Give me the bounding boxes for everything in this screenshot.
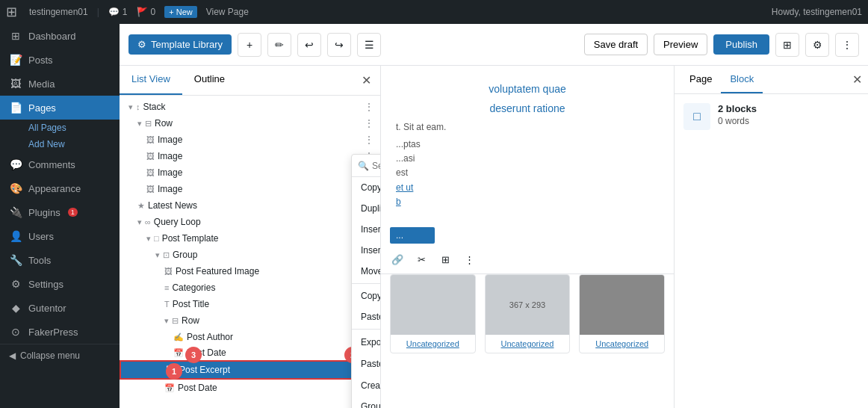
list-item-post-excerpt[interactable]: 1 📝 Post Excerpt ⋮ xyxy=(120,360,380,380)
search-icon: 🔍 xyxy=(358,161,369,171)
canvas-cards: Uncategorized 367 x 293 Uncategorized xyxy=(381,274,674,362)
view-toggle-button[interactable]: ⊞ xyxy=(775,33,799,57)
right-panel-close-button[interactable]: ✕ xyxy=(852,72,862,87)
admin-bar-flags[interactable]: 🚩 0 xyxy=(137,7,156,17)
canvas-card-label-3[interactable]: Uncategorized xyxy=(580,335,664,353)
list-item[interactable]: ▾ ⊟ Row ⋮ xyxy=(120,115,380,132)
canvas-blue-block: ... xyxy=(390,227,435,244)
sidebar-item-plugins[interactable]: 🔌 Plugins 1 xyxy=(0,200,120,224)
list-item[interactable]: ▾ ↕ Stack ⋮ xyxy=(120,99,380,115)
sidebar-item-gutentor[interactable]: ◆ Gutentor xyxy=(0,296,120,320)
context-menu-paste-styles[interactable]: Paste styles xyxy=(352,306,381,327)
sidebar-item-media[interactable]: 🖼 Media xyxy=(0,72,120,96)
sidebar-item-tools[interactable]: 🔧 Tools xyxy=(0,248,120,272)
step3-badge: 3 xyxy=(185,347,202,363)
tab-outline[interactable]: Outline xyxy=(182,66,237,95)
context-menu-paste-styles-2[interactable]: Paste Styles 📋 xyxy=(352,353,381,374)
tab-page[interactable]: Page xyxy=(681,66,721,93)
sidebar-item-fakerpress[interactable]: ⊙ FakerPress xyxy=(0,320,120,344)
canvas-card-label-1[interactable]: Uncategorized xyxy=(391,335,475,353)
item-options-icon[interactable]: ⋮ xyxy=(364,117,374,129)
list-item[interactable]: 🖼 Image ⋮ xyxy=(120,181,380,197)
undo-icon: ↩ xyxy=(305,39,314,51)
context-menu: 🔍 ⧉ Copy blocks Duplicate Ctrl+Shift+D I… xyxy=(351,154,381,408)
sidebar-item-appearance[interactable]: 🎨 Appearance xyxy=(0,176,120,200)
context-menu-duplicate[interactable]: Duplicate Ctrl+Shift+D xyxy=(352,198,381,219)
context-menu-copy-styles[interactable]: Copy styles xyxy=(352,285,381,306)
admin-bar-site[interactable]: testingemen01 xyxy=(29,7,88,17)
pencil-button[interactable]: ✏ xyxy=(267,33,291,57)
wp-logo-icon[interactable]: ⊞ xyxy=(6,4,17,20)
undo-button[interactable]: ↩ xyxy=(297,33,321,57)
list-item[interactable]: 📅 Post Date ⋮ xyxy=(120,380,380,396)
context-menu-create-reusable[interactable]: Create Reusable block ◇ xyxy=(352,374,381,396)
add-block-button[interactable]: + xyxy=(238,33,261,57)
canvas-link-button[interactable]: 🔗 xyxy=(387,250,408,271)
sidebar-item-dashboard[interactable]: ⊞ Dashboard xyxy=(0,24,120,48)
item-options-icon[interactable]: ⋮ xyxy=(364,101,374,113)
list-view-close-button[interactable]: ✕ xyxy=(353,66,380,95)
preview-button[interactable]: Preview xyxy=(654,34,707,55)
list-item[interactable]: 🖼 Image ⋮ xyxy=(120,132,380,148)
sidebar: ⊞ Dashboard 📝 Posts 🖼 Media 📄 Pages All … xyxy=(0,24,120,408)
list-item[interactable]: ▾ ∞ Query Loop ⋮ xyxy=(120,214,380,230)
template-library-button[interactable]: ⚙ Template Library xyxy=(128,34,232,55)
list-view-panel: List View Outline ✕ ▾ ↕ Stack ⋮ xyxy=(120,66,381,408)
list-item[interactable]: 3 📅 Post Date ⋮ 2 xyxy=(120,345,380,360)
sidebar-collapse[interactable]: ◀ Collapse menu xyxy=(0,344,120,367)
tools-icon: 🔧 xyxy=(9,254,22,266)
context-menu-search-input[interactable] xyxy=(372,161,381,171)
admin-bar-new[interactable]: + New xyxy=(164,6,197,18)
canvas-card-label-2[interactable]: Uncategorized xyxy=(486,335,570,353)
list-item[interactable]: 🖼 Post Featured Image ⋮ xyxy=(120,263,380,279)
list-item[interactable]: ≡ Categories ⋮ xyxy=(120,279,380,296)
list-item[interactable]: 🖼 Image ⋮ xyxy=(120,164,380,181)
context-menu-insert-before[interactable]: Insert before Ctrl+Alt+T xyxy=(352,219,381,240)
right-panel-content: □ 2 blocks 0 words xyxy=(675,94,868,139)
canvas-resize-button[interactable]: ⊞ xyxy=(435,250,456,271)
tab-block[interactable]: Block xyxy=(721,66,763,93)
canvas-text-6: est xyxy=(396,166,659,180)
sidebar-item-pages[interactable]: 📄 Pages xyxy=(0,96,120,120)
publish-button[interactable]: Publish xyxy=(713,34,769,55)
more-options-button[interactable]: ⋮ xyxy=(835,33,859,57)
context-menu-copy-blocks[interactable]: Copy blocks xyxy=(352,177,381,198)
sidebar-sub-add-new[interactable]: Add New xyxy=(0,136,120,152)
save-draft-button[interactable]: Save draft xyxy=(584,34,648,55)
list-icon: ☰ xyxy=(365,39,374,51)
context-menu-group[interactable]: Group xyxy=(352,396,381,408)
chevron-icon: ▾ xyxy=(155,250,160,260)
item-options-icon[interactable]: ⋮ xyxy=(364,134,374,146)
list-item[interactable]: ▾ ⊟ Row ⋮ xyxy=(120,312,380,329)
canvas-text-7: et ut xyxy=(396,181,659,195)
canvas-more-button[interactable]: ⋮ xyxy=(459,250,480,271)
redo-button[interactable]: ↪ xyxy=(327,33,351,57)
canvas-cut-button[interactable]: ✂ xyxy=(411,250,432,271)
settings-toggle-button[interactable]: ⚙ xyxy=(805,33,829,57)
admin-bar-comments[interactable]: 💬 1 xyxy=(108,7,128,17)
list-item[interactable]: 🖼 Image ⋮ xyxy=(120,148,380,164)
list-item[interactable]: ▾ □ Post Template ⋮ xyxy=(120,230,380,247)
sidebar-item-label: Tools xyxy=(28,255,51,266)
sidebar-item-label: Dashboard xyxy=(28,31,76,42)
sidebar-item-users[interactable]: 👤 Users xyxy=(0,224,120,248)
list-view-button[interactable]: ☰ xyxy=(357,33,381,57)
sidebar-item-settings[interactable]: ⚙ Settings xyxy=(0,272,120,296)
list-item[interactable]: T Post Title ⋮ xyxy=(120,296,380,312)
comments-icon: 💬 xyxy=(9,158,22,170)
canvas-text-8: b xyxy=(396,195,659,209)
sidebar-item-comments[interactable]: 💬 Comments xyxy=(0,152,120,176)
context-menu-insert-after[interactable]: Insert after Ctrl+Alt+Y xyxy=(352,240,381,261)
list-item[interactable]: ✍ Post Author ⋮ xyxy=(120,329,380,345)
context-menu-move-to[interactable]: Move to xyxy=(352,261,381,282)
canvas-text: voluptatem quae deserunt ratione t. Sit … xyxy=(381,66,674,224)
list-item[interactable]: ▾ ⊡ Group ⋮ xyxy=(120,247,380,263)
dashboard-icon: ⊞ xyxy=(9,30,22,42)
context-menu-export-block[interactable]: Export Block → xyxy=(352,331,381,353)
sidebar-item-posts[interactable]: 📝 Posts xyxy=(0,48,120,72)
sidebar-sub-all-pages[interactable]: All Pages xyxy=(0,120,120,136)
editor-toolbar: ⚙ Template Library + ✏ ↩ ↪ ☰ Save draft … xyxy=(120,24,868,66)
tab-list-view[interactable]: List View xyxy=(120,66,182,95)
admin-bar-view-page[interactable]: View Page xyxy=(206,7,249,17)
list-item[interactable]: ★ Latest News ⋮ xyxy=(120,197,380,214)
